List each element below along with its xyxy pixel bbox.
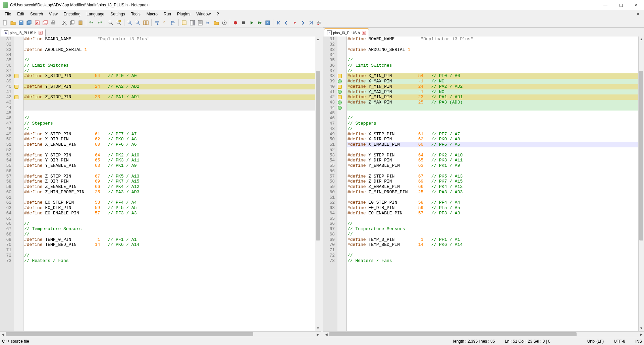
code-line[interactable]: #define X_STEP_PIN 61 // PF7 / A7 — [23, 132, 315, 137]
code-line[interactable]: #define E0_STEP_PIN 58 // PF4 / A4 — [23, 200, 315, 205]
code-line[interactable] — [23, 216, 315, 221]
code-line[interactable]: #define Z_ENABLE_PIN 66 // PK4 / A12 — [23, 184, 315, 190]
left-vscrollbar[interactable]: ▲ ▼ — [315, 37, 321, 331]
code-line[interactable] — [23, 79, 315, 84]
code-line[interactable]: #define Y_STOP_PIN 24 // PA2 / AD2 — [23, 84, 315, 89]
code-line[interactable]: #define E0_ENABLE_PIN 57 // PF3 / A3 — [347, 211, 638, 216]
scroll-thumb[interactable] — [316, 71, 320, 241]
code-line[interactable]: // Limit Switches — [347, 63, 638, 68]
code-line[interactable]: #define Y_ENABLE_PIN 63 // PK1 / A9 — [23, 163, 315, 168]
right-code[interactable]: #define BOARD_NAME "Duplicator i3 Plus"#… — [347, 37, 638, 331]
code-line[interactable]: #define Z_MIN_PIN 23 // PA1 / AD1 — [347, 94, 638, 100]
code-line[interactable]: // Steppers — [347, 121, 638, 126]
code-line[interactable]: #define X_ENABLE_PIN 60 // PF6 / A6 — [23, 142, 315, 147]
code-line[interactable]: // — [347, 126, 638, 132]
save-all-icon[interactable] — [25, 19, 33, 26]
code-line[interactable]: #define TEMP_0_PIN 1 // PF1 / A1 — [347, 237, 638, 243]
code-line[interactable]: #define TEMP_BED_PIN 14 // PK6 / A14 — [347, 242, 638, 248]
code-line[interactable]: // — [347, 253, 638, 258]
code-line[interactable]: #define Z_MAX_PIN 25 // PA3 (AD3) — [347, 100, 638, 105]
folder-workspace-icon[interactable] — [213, 19, 220, 26]
code-line[interactable]: #define ARDUINO_SERIAL 1 — [23, 47, 315, 53]
secondary-close-button[interactable]: ✕ — [634, 11, 642, 17]
zoom-out-icon[interactable] — [134, 19, 142, 26]
scroll-down-icon[interactable]: ▼ — [639, 326, 644, 331]
code-line[interactable]: #define X_DIR_PIN 62 // PK0 / A8 — [23, 137, 315, 142]
menu-settings[interactable]: Settings — [108, 11, 127, 17]
code-line[interactable]: // — [23, 116, 315, 121]
code-line[interactable]: // Limit Switches — [23, 63, 315, 68]
code-line[interactable] — [347, 42, 638, 47]
close-icon[interactable]: × — [362, 31, 366, 35]
scroll-thumb[interactable] — [329, 332, 577, 336]
copy-icon[interactable] — [69, 19, 76, 26]
save-icon[interactable] — [17, 19, 25, 26]
function-list-icon[interactable]: fx — [205, 19, 212, 26]
code-line[interactable]: #define Y_MAX_PIN -1 // NC — [347, 89, 638, 95]
code-line[interactable] — [23, 248, 315, 253]
code-line[interactable]: // — [347, 116, 638, 121]
code-line[interactable]: // — [23, 221, 315, 226]
menu-encoding[interactable]: Encoding — [61, 11, 83, 17]
indent-guide-icon[interactable] — [169, 19, 177, 26]
code-line[interactable]: #define Z_STOP_PIN 23 // PA1 / AD1 — [23, 94, 315, 100]
replace-icon[interactable] — [115, 19, 122, 26]
code-line[interactable] — [23, 105, 315, 111]
code-line[interactable]: #define Y_MIN_PIN 24 // PA2 / AD2 — [347, 84, 638, 89]
code-line[interactable] — [23, 89, 315, 95]
code-line[interactable]: #define ARDUINO_SERIAL 1 — [347, 47, 638, 53]
menu-file[interactable]: File — [2, 11, 14, 17]
code-line[interactable]: #define X_MAX_PIN -1 // NC — [347, 79, 638, 84]
code-line[interactable]: #define E0_ENABLE_PIN 57 // PF3 / A3 — [23, 211, 315, 216]
wordwrap-icon[interactable] — [153, 19, 161, 26]
maximize-button[interactable]: ▢ — [613, 0, 629, 10]
code-line[interactable]: #define Z_DIR_PIN 69 // PK7 / A15 — [347, 179, 638, 184]
macro-save-icon[interactable] — [264, 19, 271, 26]
zoom-in-icon[interactable] — [126, 19, 133, 26]
menu-macro[interactable]: Macro — [144, 11, 160, 17]
doc-list-icon[interactable] — [197, 19, 204, 26]
code-line[interactable] — [347, 105, 638, 111]
code-line[interactable]: // — [23, 58, 315, 63]
sync-scroll-icon[interactable] — [142, 19, 150, 26]
code-line[interactable]: // — [347, 221, 638, 226]
compare-nav-prev-icon[interactable] — [283, 19, 290, 26]
new-file-icon[interactable] — [1, 19, 9, 26]
menu-[interactable]: ? — [214, 11, 222, 17]
close-button[interactable]: ✕ — [629, 0, 644, 10]
macro-play-multi-icon[interactable] — [256, 19, 263, 26]
code-line[interactable]: #define Z_MIN_PROBE_PIN 25 // PA3 / AD3 — [347, 190, 638, 195]
menu-view[interactable]: View — [46, 11, 60, 17]
code-line[interactable]: #define Y_DIR_PIN 65 // PK3 / A11 — [23, 158, 315, 163]
code-line[interactable]: #define Z_DIR_PIN 69 // PK7 / A15 — [23, 179, 315, 184]
code-line[interactable] — [347, 168, 638, 174]
code-line[interactable] — [347, 147, 638, 153]
menu-edit[interactable]: Edit — [14, 11, 27, 17]
menu-tools[interactable]: Tools — [128, 11, 143, 17]
code-line[interactable]: #define X_STEP_PIN 61 // PF7 / A7 — [347, 132, 638, 137]
code-line[interactable]: // — [347, 68, 638, 74]
code-line[interactable]: #define Z_STEP_PIN 67 // PK5 / A13 — [347, 174, 638, 179]
right-editor[interactable]: 3132333435363738394041424344454647484950… — [323, 37, 644, 331]
print-icon[interactable] — [50, 19, 57, 26]
code-line[interactable] — [23, 52, 315, 58]
code-line[interactable]: // — [23, 126, 315, 132]
monitoring-icon[interactable] — [221, 19, 228, 26]
code-line[interactable]: #define E0_DIR_PIN 59 // PF5 / A5 — [347, 205, 638, 211]
udl-icon[interactable] — [180, 19, 188, 26]
paste-icon[interactable] — [77, 19, 84, 26]
code-line[interactable]: // — [347, 58, 638, 63]
code-line[interactable]: #define X_DIR_PIN 62 // PK0 / A8 — [347, 137, 638, 142]
doc-map-icon[interactable] — [189, 19, 196, 26]
open-file-icon[interactable] — [9, 19, 17, 26]
code-line[interactable]: #define X_MIN_PIN 54 // PF0 / A0 — [347, 73, 638, 79]
right-hscrollbar[interactable]: ◀ ▶ — [323, 331, 644, 337]
scroll-up-icon[interactable]: ▲ — [639, 37, 644, 42]
right-vscrollbar[interactable]: ▲ ▼ — [638, 37, 644, 331]
code-line[interactable] — [347, 52, 638, 58]
compare-nav-first-icon[interactable] — [275, 19, 282, 26]
scroll-left-icon[interactable]: ◀ — [323, 332, 329, 337]
code-line[interactable] — [347, 216, 638, 221]
menu-window[interactable]: Window — [194, 11, 213, 17]
code-line[interactable]: // — [23, 68, 315, 74]
